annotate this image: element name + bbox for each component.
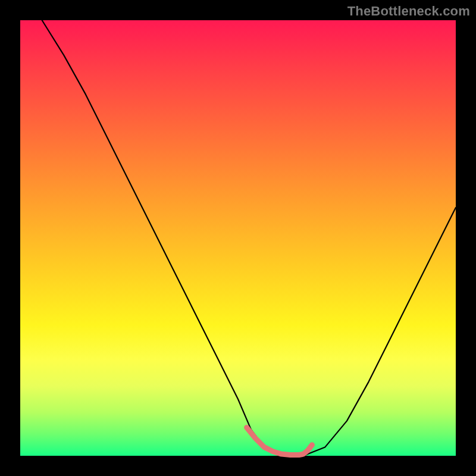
watermark-text: TheBottleneck.com <box>347 4 470 19</box>
chart-svg <box>20 20 456 456</box>
chart-frame: TheBottleneck.com <box>0 0 476 476</box>
chart-plot-area <box>20 20 456 456</box>
bottleneck-curve <box>42 20 456 456</box>
highlight-segment <box>247 427 312 455</box>
